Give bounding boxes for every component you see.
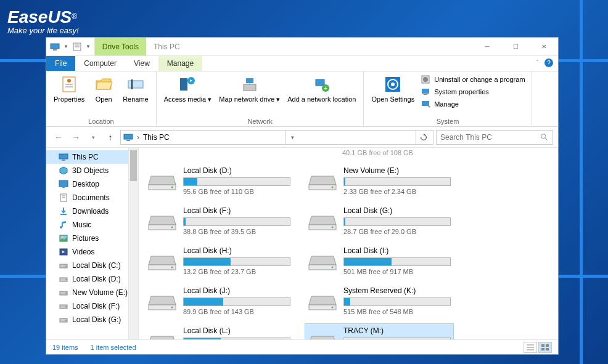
details-view-button[interactable] xyxy=(524,342,537,353)
drive-usage-bar xyxy=(183,217,290,226)
svg-point-60 xyxy=(332,227,334,229)
docs-icon xyxy=(59,193,68,203)
tab-manage[interactable]: Manage xyxy=(158,56,202,71)
nav-item-desktop[interactable]: Desktop xyxy=(46,177,138,191)
address-dropdown[interactable]: ▾ xyxy=(285,131,300,144)
drive-local-disk-f-[interactable]: Local Disk (F:)38.8 GB free of 39.5 GB xyxy=(145,204,293,238)
nav-item-label: Local Disk (G:) xyxy=(72,315,121,324)
svg-point-48 xyxy=(65,293,67,294)
svg-rect-24 xyxy=(422,89,429,94)
nav-item-local-disk-f-[interactable]: Local Disk (F:) xyxy=(46,299,138,313)
add-network-location-button[interactable]: + Add a network location xyxy=(284,73,359,116)
manage-icon xyxy=(421,99,430,109)
nav-item-local-disk-c-[interactable]: Local Disk (C:) xyxy=(46,259,138,272)
rename-icon xyxy=(126,75,146,94)
refresh-button[interactable] xyxy=(416,131,430,144)
drive-usage-bar xyxy=(183,297,290,306)
drive-name: New Volume (E:) xyxy=(343,166,451,175)
help-icon[interactable]: ? xyxy=(544,59,553,67)
drive-usage-bar xyxy=(183,257,290,266)
tab-computer[interactable]: Computer xyxy=(75,56,125,71)
svg-rect-79 xyxy=(546,348,549,350)
media-icon xyxy=(178,75,197,94)
pc-icon xyxy=(50,42,60,52)
drives-grid: Local Disk (D:)95.6 GB free of 110 GBNew… xyxy=(145,161,552,339)
nav-item-videos[interactable]: Videos xyxy=(46,245,138,259)
pc-icon xyxy=(59,152,68,162)
thumbnails-view-button[interactable] xyxy=(538,342,552,353)
uninstall-button[interactable]: Uninstall or change a program xyxy=(418,73,527,86)
map-drive-button[interactable]: Map network drive ▾ xyxy=(215,73,284,116)
qat-dropdown-icon[interactable]: ▼ xyxy=(64,44,68,49)
tab-view[interactable]: View xyxy=(125,56,158,71)
3d-icon xyxy=(59,166,68,176)
svg-rect-16 xyxy=(316,79,324,86)
folder-open-icon xyxy=(94,75,113,94)
drive-free-text: 38.8 GB free of 39.5 GB xyxy=(183,228,290,235)
properties-button[interactable]: Properties xyxy=(50,73,88,116)
access-media-button[interactable]: Access media ▾ xyxy=(160,73,216,116)
pc-icon xyxy=(123,132,133,142)
up-button[interactable]: ↑ xyxy=(103,130,118,145)
address-field[interactable]: › This PC ▾ xyxy=(120,130,433,145)
partial-drive-free: 40.1 GB free of 108 GB xyxy=(145,148,552,161)
ribbon-group-location: Properties Open Rename Location xyxy=(46,71,157,126)
nav-item-downloads[interactable]: Downloads xyxy=(46,204,138,218)
drive-icon xyxy=(308,250,337,272)
nav-scrollbar[interactable] xyxy=(128,148,138,339)
open-settings-button[interactable]: Open Settings xyxy=(368,73,418,116)
search-box[interactable] xyxy=(436,130,553,145)
ribbon-tabs: File Computer View Manage ˆ ? xyxy=(46,56,558,71)
minimize-ribbon-icon[interactable]: ˆ xyxy=(536,60,538,67)
drive-usage-bar xyxy=(183,338,290,339)
svg-point-58 xyxy=(171,227,173,229)
nav-item-3d-objects[interactable]: 3D Objects xyxy=(46,164,138,177)
nav-item-label: 3D Objects xyxy=(72,166,109,175)
drive-tracy-m-[interactable]: TRACY (M:)28.9 GB free of 28.9 GB xyxy=(305,324,453,339)
content-pane: 40.1 GB free of 108 GB Local Disk (D:)95… xyxy=(139,148,558,339)
nav-item-label: This PC xyxy=(72,153,99,161)
tab-file[interactable]: File xyxy=(46,56,75,71)
rename-button[interactable]: Rename xyxy=(119,73,152,116)
pictures-icon xyxy=(59,233,68,243)
drive-system-reserved-k-[interactable]: System Reserved (K:)515 MB free of 548 M… xyxy=(305,284,453,318)
explorer-window: ▼ ▼ Drive Tools This PC ─ ☐ ✕ File Compu… xyxy=(46,37,559,355)
nav-item-this-pc[interactable]: This PC xyxy=(46,150,138,164)
drive-local-disk-d-[interactable]: Local Disk (D:)95.6 GB free of 110 GB xyxy=(145,164,293,198)
minimize-button[interactable]: ─ xyxy=(473,38,501,55)
nav-item-label: Local Disk (C:) xyxy=(72,261,121,270)
system-properties-button[interactable]: System properties xyxy=(418,86,527,98)
drive-local-disk-i-[interactable]: Local Disk (I:)501 MB free of 917 MB xyxy=(305,244,453,278)
qat-dropdown-icon[interactable]: ▼ xyxy=(86,44,91,49)
svg-rect-31 xyxy=(59,154,68,159)
search-input[interactable] xyxy=(440,133,538,142)
manage-button[interactable]: Manage xyxy=(418,98,527,110)
drive-local-disk-l-[interactable]: Local Disk (L:)64.5 GB free of 98.7 GB xyxy=(145,324,293,339)
nav-item-documents[interactable]: Documents xyxy=(46,191,138,204)
nav-item-music[interactable]: Music xyxy=(46,218,138,232)
drive-local-disk-j-[interactable]: Local Disk (J:)89.9 GB free of 143 GB xyxy=(145,284,293,318)
nav-item-pictures[interactable]: Pictures xyxy=(46,232,138,245)
recent-dropdown[interactable]: ▾ xyxy=(86,130,101,145)
open-button[interactable]: Open xyxy=(88,73,119,116)
nav-item-local-disk-g-[interactable]: Local Disk (G:) xyxy=(46,313,138,326)
nav-item-local-disk-d-[interactable]: Local Disk (D:) xyxy=(46,272,138,286)
drive-new-volume-e-[interactable]: New Volume (E:)2.33 GB free of 2.34 GB xyxy=(305,164,453,198)
forward-button[interactable]: → xyxy=(68,130,83,145)
nav-item-new-volume-e-[interactable]: New Volume (E:) xyxy=(46,286,138,299)
drive-icon xyxy=(59,301,68,311)
drive-name: Local Disk (G:) xyxy=(343,206,451,215)
easeus-logo: EaseUS® Make your life easy! xyxy=(7,7,79,35)
nav-item-label: Local Disk (F:) xyxy=(72,302,120,310)
back-button[interactable]: ← xyxy=(51,130,66,145)
drive-local-disk-h-[interactable]: Local Disk (H:)13.2 GB free of 23.7 GB xyxy=(145,244,293,278)
nav-item-label: Downloads xyxy=(72,207,109,216)
system-properties-icon xyxy=(421,87,430,97)
drive-local-disk-g-[interactable]: Local Disk (G:)28.7 GB free of 29.0 GB xyxy=(305,204,453,238)
maximize-button[interactable]: ☐ xyxy=(501,38,530,55)
ribbon: Properties Open Rename Location Access m… xyxy=(46,71,558,127)
nav-item-label: Local Disk (D:) xyxy=(72,275,121,283)
properties-icon[interactable] xyxy=(72,42,82,52)
close-button[interactable]: ✕ xyxy=(530,38,558,55)
svg-point-6 xyxy=(67,79,71,83)
